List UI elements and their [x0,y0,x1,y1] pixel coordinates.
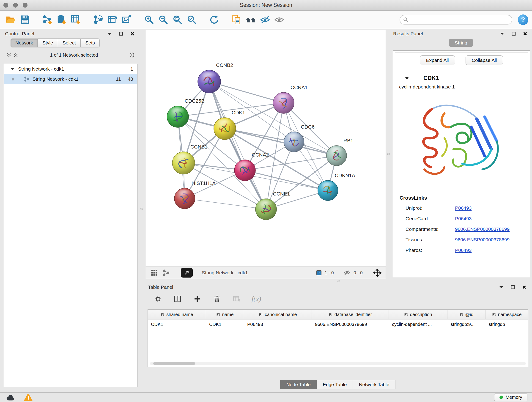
control-panel-float-button[interactable] [118,31,124,36]
splitter-handle[interactable] [140,208,143,210]
table-settings-gear-button[interactable] [153,294,163,304]
add-column-button[interactable] [192,294,202,304]
new-network-button[interactable] [91,13,105,27]
tab-select[interactable]: Select [58,38,81,47]
table-panel-menu-button[interactable] [499,284,504,290]
network-row-selected[interactable]: String Network - cdk1 11 48 [4,74,137,84]
results-panel-close-button[interactable] [522,31,528,36]
results-panel-menu-button[interactable] [500,31,505,36]
export-image-button[interactable] [120,13,134,27]
network-node[interactable]: CCNE1 [255,191,290,220]
network-collection-row[interactable]: String Network - cdk1 1 [4,64,137,74]
crosslink-link-compartments[interactable]: 9606.ENSP00000378699 [455,226,510,232]
copy-document-icon [231,14,242,25]
network-overview-button[interactable] [244,13,258,27]
network-node[interactable]: CCNA1 [273,85,308,114]
warnings-button[interactable] [22,393,34,402]
collapse-all-button[interactable]: Collapse All [466,56,503,65]
network-node[interactable]: CDK1 [214,110,245,140]
tab-network[interactable]: Network [11,38,38,47]
delete-column-button[interactable] [212,294,222,304]
column-header-name[interactable]: name [206,310,244,319]
tab-string-results[interactable]: String [449,39,473,47]
table-cell[interactable]: cyclin-dependent ... [389,319,447,329]
crosslink-link-pharos[interactable]: P06493 [455,248,472,253]
results-panel-float-button[interactable] [511,31,516,36]
column-header-database-identifier[interactable]: database identifier [312,310,389,319]
expand-all-button[interactable]: Expand All [420,56,455,65]
pan-tool-button[interactable] [372,268,382,278]
crosslink-link-tissues[interactable]: 9606.ENSP00000378699 [455,237,510,242]
splitter-handle[interactable] [337,280,340,282]
zoom-selected-button[interactable] [185,13,199,27]
tab-edge-table[interactable]: Edge Table [317,380,353,389]
table-panel-close-button[interactable] [521,284,527,290]
gene-card-header[interactable]: CDK1 [395,71,528,83]
zoom-in-button[interactable] [142,13,156,27]
network-edge[interactable] [245,170,328,191]
network-node[interactable]: HIST1H1A [174,180,215,209]
disclosure-triangle-icon[interactable] [10,67,14,70]
network-edge[interactable] [184,82,209,163]
splitter-handle[interactable] [387,153,390,155]
memory-button[interactable]: Memory [494,393,527,401]
collapse-all-networks-button[interactable] [6,51,12,58]
column-header-canonical-name[interactable]: canonical name [244,310,312,319]
crosslink-link-genecard[interactable]: P06493 [455,216,472,221]
network-options-gear-button[interactable] [129,51,136,58]
control-panel-close-button[interactable] [130,31,135,36]
crosslink-link-uniprot[interactable]: P06493 [455,205,472,211]
grid-view-button[interactable] [149,268,159,278]
control-panel-menu-button[interactable] [107,31,112,36]
show-all-button[interactable] [272,13,286,27]
import-table-file-button[interactable] [69,13,83,27]
refresh-view-button[interactable] [207,13,221,27]
search-input[interactable] [399,15,512,25]
network-node[interactable]: CCNB1 [172,144,208,174]
column-header-namespace[interactable]: namespace [486,310,528,319]
crosslink-row-genecard: GeneCard: P06493 [395,213,528,224]
memory-status-dot [500,396,503,399]
tab-sets[interactable]: Sets [81,38,100,47]
column-header-id[interactable]: @id [447,310,486,319]
cloud-services-button[interactable] [5,393,16,402]
column-header-shared-name[interactable]: shared name [148,310,206,319]
table-panel-float-button[interactable] [510,284,515,290]
disclosure-triangle-icon[interactable] [405,76,409,80]
hide-selected-button[interactable] [258,13,272,27]
network-node[interactable]: CDC6 [284,124,315,152]
table-horizontal-scrollbar[interactable] [150,362,526,365]
table-cell[interactable]: stringdb:9... [447,319,486,329]
scrollbar-thumb[interactable] [153,362,195,365]
table-cell[interactable]: 9606.ENSP00000378699 [312,319,389,329]
manage-columns-button[interactable] [173,294,182,304]
table-cell[interactable]: CDK1 [148,319,206,329]
tab-style[interactable]: Style [38,38,58,47]
table-cell[interactable]: P06493 [244,319,312,329]
selected-indicator-checkbox[interactable] [317,270,322,275]
import-network-database-button[interactable] [55,13,69,27]
network-edge[interactable] [209,82,266,209]
column-header-description[interactable]: description [389,310,447,319]
open-session-button[interactable] [4,13,18,27]
network-canvas[interactable]: CCNB2CCNA1CDC25BCDK1CDC6RB1CCNB1CCNA2CDK… [146,30,386,266]
table-cell[interactable]: CDK1 [206,319,244,329]
birdseye-view-button[interactable] [181,268,193,278]
duplicate-document-button[interactable] [230,13,244,27]
import-network-file-button[interactable] [40,13,55,27]
table-cell[interactable]: stringdb [486,319,528,329]
new-network-from-table-button[interactable] [105,13,120,27]
network-node[interactable]: CDKN1A [318,172,355,201]
network-edge[interactable] [185,198,266,209]
network-node[interactable]: CCNB2 [198,62,233,93]
tab-node-table[interactable]: Node Table [280,380,317,389]
save-session-button[interactable] [18,13,32,27]
network-node[interactable]: RB1 [326,138,353,166]
tab-network-table[interactable]: Network Table [353,380,395,389]
network-view-mode-button[interactable] [161,268,171,278]
zoom-out-button[interactable] [156,13,171,27]
zoom-fit-button[interactable] [171,13,185,27]
table-row[interactable]: CDK1 CDK1 P06493 9606.ENSP00000378699 cy… [148,319,528,329]
expand-all-networks-button[interactable] [12,51,19,58]
help-button[interactable]: ? [518,14,528,25]
